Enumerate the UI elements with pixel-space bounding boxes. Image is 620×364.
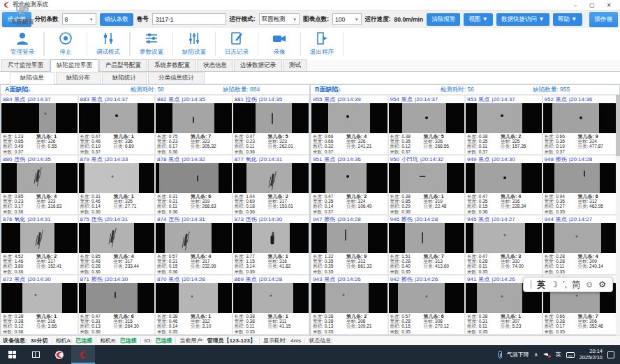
defect-image[interactable] — [543, 223, 619, 253]
gear-icon[interactable]: ⚙ — [598, 280, 606, 289]
maximize-icon[interactable]: ▢ — [584, 2, 600, 8]
defect-cell[interactable]: 877 氧化 |20:14:31 长度: 1.04 宽度: 0.69 面积: 0… — [232, 155, 310, 215]
data-quick-access-button[interactable]: 数据快捷访问 ▼ — [496, 13, 549, 26]
slit-count-select[interactable]: 8▼ — [62, 13, 96, 25]
stop-button[interactable]: 停止 — [45, 30, 87, 56]
defect-cell[interactable]: 943 黑点 |20:14:26 长度: 0.38 宽度: 0.38 面积: 0… — [311, 275, 388, 335]
defect-cell[interactable]: 951 黑点 |20:14:36 长度: 0.47 宽度: 0.35 面积: 0… — [311, 155, 388, 215]
parameter-settings-button[interactable]: 参数设置 — [131, 30, 172, 56]
scrollbar-thumb[interactable] — [616, 95, 620, 156]
defect-image[interactable] — [466, 163, 542, 193]
defect-image[interactable] — [233, 163, 309, 193]
defect-cell[interactable]: 873 压伤 |20:14:30 长度: 3.77 宽度: 1.15 面积: 3… — [232, 215, 310, 275]
defect-image[interactable] — [79, 163, 155, 193]
defect-image[interactable] — [233, 223, 309, 253]
defect-cell[interactable]: 946 擦伤 |20:14:28 长度: 1.51 宽度: 0.28 面积: 0… — [388, 215, 466, 275]
roll-number-input[interactable] — [152, 13, 226, 25]
defect-image[interactable] — [389, 163, 465, 193]
defect-image[interactable] — [156, 223, 232, 253]
tab-product-model-config[interactable]: 产品型号配置 — [99, 59, 147, 71]
defect-image[interactable] — [79, 223, 155, 253]
panel-b-title[interactable]: B面缺陷↓ — [315, 85, 341, 94]
defect-settings-button[interactable]: 缺陷设置 — [173, 30, 215, 56]
tray-clock[interactable]: 20:142025/2/10 — [580, 349, 603, 361]
defect-image[interactable] — [79, 283, 155, 313]
debug-mode-button[interactable]: 调试模式 — [87, 30, 129, 56]
defect-cell[interactable]: 883 黑点 |20:14:37 长度: 0.47 宽度: 0.46 面积: 0… — [78, 95, 156, 155]
defect-image[interactable] — [311, 103, 388, 133]
ime-language-bar[interactable]: 英 ☽ ’, 简 ☺ ⚙ — [523, 277, 613, 292]
ime-lang-toggle[interactable]: 英 — [537, 279, 545, 291]
defect-image[interactable] — [466, 103, 542, 133]
taskbar-app-inspection[interactable] — [71, 345, 95, 364]
defect-image[interactable] — [156, 163, 232, 193]
defect-image[interactable] — [79, 103, 155, 133]
defect-cell[interactable]: 952 黑点 |20:14:36 长度: 0.66 宽度: 0.35 面积: 0… — [542, 95, 620, 155]
help-menu-button[interactable]: 帮助 ▼ — [553, 13, 582, 26]
tray-language-indicator[interactable]: 英 — [556, 351, 561, 358]
defect-image[interactable] — [156, 283, 232, 313]
defect-cell[interactable]: 944 黑点 |20:14:27 长度: 0.28 宽度: 0.28 面积: 0… — [542, 215, 620, 275]
subtab-defect-info[interactable]: 缺陷信息 — [10, 72, 54, 84]
close-icon[interactable]: ✕ — [600, 2, 617, 8]
ime-simplified-toggle[interactable]: 简 — [572, 279, 580, 291]
minimize-icon[interactable]: – — [567, 2, 584, 8]
speaker-icon[interactable] — [543, 351, 551, 358]
defect-cell[interactable]: 945 黑点 |20:14:27 长度: 0.47 宽度: 0.28 面积: 0… — [465, 215, 542, 275]
defect-cell[interactable]: 947 擦伤 |20:14:28 长度: 1.32 宽度: 0.35 面积: 0… — [311, 215, 388, 275]
moon-icon[interactable]: ☽ — [550, 280, 558, 289]
defect-cell[interactable]: 875 压伤 |20:14:31 长度: 0.85 宽度: 0.46 面积: 0… — [78, 215, 156, 275]
subtab-defect-statistics[interactable]: 缺陷统计 — [102, 72, 147, 84]
tray-chevron-up-icon[interactable]: ∧ — [534, 351, 538, 358]
defect-image[interactable] — [1, 223, 78, 253]
defect-cell[interactable]: 950 小凹坑 |20:14:32 长度: 0.38 宽度: 0.85 面积: … — [388, 155, 466, 215]
exit-program-button[interactable]: 退出程序 — [301, 30, 343, 56]
defect-cell[interactable]: 948 擦伤 |20:14:28 长度: 0.94 宽度: 0.35 面积: 0… — [542, 155, 620, 215]
ime-drag-handle[interactable] — [530, 280, 532, 289]
defect-image[interactable] — [233, 103, 309, 133]
tab-test[interactable]: 测试 — [283, 59, 307, 71]
taskbar-app-browser[interactable] — [47, 345, 71, 364]
defect-image[interactable] — [311, 223, 388, 253]
weather-text[interactable]: 气温下降 — [507, 351, 529, 358]
defect-image[interactable] — [543, 103, 619, 133]
defect-cell[interactable]: 955 黑点 |20:14:39 长度: 0.66 宽度: 0.66 面积: 0… — [311, 95, 388, 155]
defect-image[interactable] — [156, 103, 232, 133]
defect-image[interactable] — [233, 283, 309, 313]
record-video-button[interactable]: 录像 — [258, 30, 300, 56]
defect-image[interactable] — [389, 223, 465, 253]
vertical-scrollbar[interactable] — [616, 95, 620, 335]
defect-cell[interactable]: 881 拉伤 |20:14:35 长度: 0.47 宽度: 0.23 面积: 0… — [232, 95, 310, 155]
defect-cell[interactable]: 953 黑点 |20:14:37 长度: 0.38 宽度: 0.35 面积: 0… — [465, 95, 542, 155]
operator-side-button[interactable]: 操作侧 — [589, 12, 619, 27]
tab-edge-data-record[interactable]: 边缘数据记录 — [234, 59, 282, 71]
defect-image[interactable] — [466, 223, 542, 253]
tab-system-param-config[interactable]: 系统参数配置 — [148, 59, 196, 71]
defect-image[interactable] — [311, 163, 388, 193]
defect-cell[interactable]: 942 擦伤 |20:14:26 长度: 0.57 宽度: 0.28 面积: 0… — [388, 275, 466, 335]
defect-image[interactable] — [1, 163, 78, 193]
subtab-defect-distribution[interactable]: 缺陷分布 — [56, 72, 101, 84]
defect-cell[interactable]: 954 黑点 |20:14:37 长度: 0.38 宽度: 0.35 面积: 0… — [388, 95, 466, 155]
confirm-count-button[interactable]: 确认条数 — [100, 13, 133, 26]
defect-cell[interactable]: 871 擦伤 |20:14:30 长度: 0.47 宽度: 0.31 面积: 0… — [78, 275, 156, 335]
clear-alarm-button[interactable]: 清除报警 — [427, 13, 460, 26]
log-record-button[interactable]: 日志记录 — [216, 30, 258, 56]
panel-a-title[interactable]: A面缺陷↓ — [5, 85, 31, 94]
ime-punctuation-toggle[interactable]: ’, — [563, 280, 567, 289]
defect-cell[interactable]: 870 黑点 |20:14:28 长度: 0.38 宽度: 0.46 面积: 0… — [155, 275, 232, 335]
defect-cell[interactable]: 874 压伤 |20:14:31 长度: 0.57 宽度: 0.31 面积: 0… — [155, 215, 232, 275]
tab-defect-monitor[interactable]: 缺陷监控界面 — [50, 59, 98, 72]
defect-cell[interactable]: 878 黑点 |20:14:32 长度: 0.31 宽度: 0.31 面积: 0… — [155, 155, 232, 215]
defect-cell[interactable]: 880 压伤 |20:14:35 长度: 0.85 宽度: 0.23 面积: 0… — [1, 155, 78, 215]
keyboard-icon[interactable] — [566, 352, 575, 358]
defect-image[interactable] — [543, 163, 619, 193]
defect-cell[interactable]: 872 黑点 |20:14:30 长度: 0.38 宽度: 0.38 面积: 0… — [1, 275, 78, 335]
defect-image[interactable] — [389, 283, 465, 313]
subtab-class-info-statistics[interactable]: 分类信息统计 — [148, 72, 205, 84]
defect-cell[interactable]: 882 黑点 |20:14:35 长度: 0.75 宽度: 0.23 面积: 0… — [155, 95, 232, 155]
smiley-icon[interactable]: ☺ — [585, 280, 593, 289]
defect-image[interactable] — [1, 103, 78, 133]
defect-image[interactable] — [311, 283, 388, 313]
defect-cell[interactable]: 869 黑点 |20:14:28 长度: 0.38 宽度: 0.38 面积: 0… — [232, 275, 310, 335]
